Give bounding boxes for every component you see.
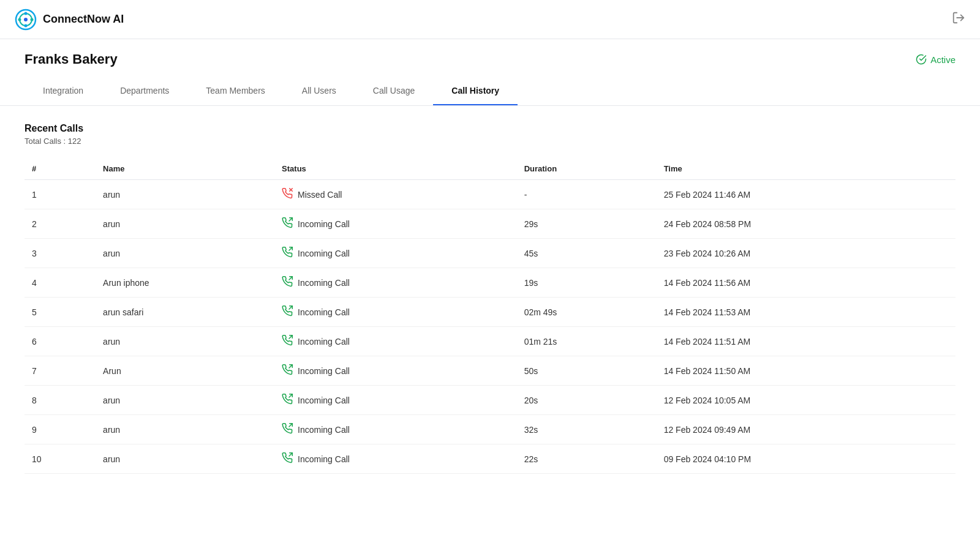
status-badge: Active [916,54,956,65]
svg-line-17 [289,424,292,427]
svg-line-10 [289,218,292,221]
recent-calls-title: Recent Calls [24,123,956,134]
check-circle-icon [916,54,927,65]
row-duration: 02m 49s [517,298,657,327]
row-status: Incoming Call [274,444,517,474]
table-row: 8arun Incoming Call20s12 Feb 2024 10:05 … [24,386,956,415]
table-row: 9arun Incoming Call32s12 Feb 2024 09:49 … [24,415,956,444]
row-duration: 01m 21s [517,327,657,356]
incoming-call-icon [282,217,293,230]
row-num: 3 [24,239,96,268]
table-row: 1arun Missed Call-25 Feb 2024 11:46 AM [24,180,956,209]
tab-call-history[interactable]: Call History [433,77,518,105]
incoming-call-icon [282,276,293,289]
tab-integration[interactable]: Integration [24,77,102,105]
row-status: Incoming Call [274,386,517,415]
row-time: 14 Feb 2024 11:50 AM [657,356,956,386]
tabs-container: IntegrationDepartmentsTeam MembersAll Us… [0,77,980,106]
row-status: Missed Call [274,180,517,209]
row-status: Incoming Call [274,327,517,356]
status-text: Incoming Call [298,395,350,405]
row-name: Arun iphone [96,268,274,298]
incoming-call-icon [282,394,293,407]
svg-point-4 [24,24,28,27]
total-calls: Total Calls : 122 [24,137,956,146]
svg-line-13 [289,306,292,309]
svg-line-18 [289,453,292,456]
status-text: Incoming Call [298,425,350,435]
table-header: #NameStatusDurationTime [24,158,956,180]
logo-icon [15,9,37,31]
row-time: 14 Feb 2024 11:53 AM [657,298,956,327]
status-label: Active [930,54,956,65]
table-row: 7Arun Incoming Call50s14 Feb 2024 11:50 … [24,356,956,386]
incoming-call-icon [282,423,293,436]
row-num: 6 [24,327,96,356]
table-body: 1arun Missed Call-25 Feb 2024 11:46 AM2a… [24,180,956,474]
top-nav: ConnectNow AI [0,0,980,39]
logo-area: ConnectNow AI [15,9,124,31]
row-name: arun [96,444,274,474]
svg-point-6 [24,18,28,21]
tab-departments[interactable]: Departments [102,77,187,105]
row-time: 23 Feb 2024 10:26 AM [657,239,956,268]
tab-team-members[interactable]: Team Members [187,77,283,105]
row-name: arun [96,180,274,209]
row-num: 5 [24,298,96,327]
row-duration: 32s [517,415,657,444]
table-row: 2arun Incoming Call29s24 Feb 2024 08:58 … [24,209,956,239]
svg-line-14 [289,335,292,339]
table-row: 6arun Incoming Call01m 21s14 Feb 2024 11… [24,327,956,356]
incoming-call-icon [282,452,293,465]
row-status: Incoming Call [274,209,517,239]
row-duration: 45s [517,239,657,268]
status-text: Incoming Call [298,219,350,229]
row-num: 10 [24,444,96,474]
row-duration: 22s [517,444,657,474]
svg-line-15 [289,365,292,368]
status-text: Incoming Call [298,337,350,347]
row-time: 12 Feb 2024 10:05 AM [657,386,956,415]
row-status: Incoming Call [274,415,517,444]
logout-icon[interactable] [952,11,965,28]
col-header-time: Time [657,158,956,180]
row-num: 4 [24,268,96,298]
row-status: Incoming Call [274,268,517,298]
table-row: 10arun Incoming Call22s09 Feb 2024 04:10… [24,444,956,474]
row-name: arun [96,327,274,356]
tab-call-usage[interactable]: Call Usage [355,77,433,105]
row-time: 24 Feb 2024 08:58 PM [657,209,956,239]
svg-line-16 [289,394,292,397]
status-text: Missed Call [298,190,342,200]
incoming-call-icon [282,335,293,348]
row-duration: 20s [517,386,657,415]
svg-point-5 [18,18,21,21]
svg-line-11 [289,247,292,250]
svg-point-2 [24,12,28,15]
page-header: Franks Bakery Active [0,39,980,67]
row-time: 12 Feb 2024 09:49 AM [657,415,956,444]
col-header-status: Status [274,158,517,180]
tab-all-users[interactable]: All Users [284,77,355,105]
col-header-duration: Duration [517,158,657,180]
row-time: 14 Feb 2024 11:56 AM [657,268,956,298]
row-time: 09 Feb 2024 04:10 PM [657,444,956,474]
table-row: 3arun Incoming Call45s23 Feb 2024 10:26 … [24,239,956,268]
row-name: arun [96,239,274,268]
row-num: 9 [24,415,96,444]
row-status: Incoming Call [274,298,517,327]
status-text: Incoming Call [298,307,350,317]
row-name: arun [96,386,274,415]
table-row: 4Arun iphone Incoming Call19s14 Feb 2024… [24,268,956,298]
row-name: arun [96,209,274,239]
row-name: Arun [96,356,274,386]
status-text: Incoming Call [298,366,350,376]
row-status: Incoming Call [274,356,517,386]
row-name: arun safari [96,298,274,327]
row-num: 1 [24,180,96,209]
status-text: Incoming Call [298,249,350,258]
table-row: 5arun safari Incoming Call02m 49s14 Feb … [24,298,956,327]
row-name: arun [96,415,274,444]
row-duration: - [517,180,657,209]
row-num: 2 [24,209,96,239]
